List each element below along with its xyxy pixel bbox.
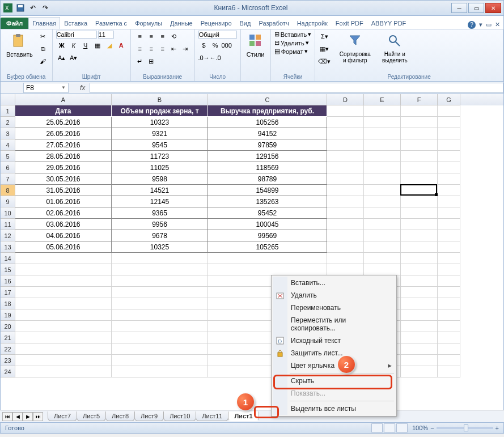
cell[interactable]	[112, 366, 208, 377]
name-box[interactable]: F8▼	[23, 83, 69, 93]
cell[interactable]	[364, 151, 401, 162]
cell[interactable]: 31.05.2016	[15, 185, 112, 196]
cell[interactable]	[438, 162, 460, 173]
styles-button[interactable]: Стили	[244, 31, 267, 59]
cell[interactable]	[15, 366, 112, 377]
cell[interactable]	[112, 287, 208, 298]
sheet-tab[interactable]: Лист10	[163, 411, 196, 421]
cell[interactable]	[364, 162, 401, 173]
row-header[interactable]: 23	[1, 355, 15, 366]
zoom-in-icon[interactable]: +	[495, 425, 499, 431]
cell[interactable]	[438, 139, 460, 151]
cell[interactable]: 25.05.2016	[15, 117, 112, 128]
cell[interactable]	[327, 196, 364, 207]
ribbon-tab[interactable]: Foxit PDF	[332, 17, 367, 29]
column-header[interactable]: D	[327, 94, 364, 105]
row-header[interactable]: 2	[1, 117, 15, 128]
cell[interactable]: 12145	[112, 196, 208, 207]
cell[interactable]: 29.05.2016	[15, 162, 112, 173]
cell[interactable]	[438, 185, 460, 196]
cell[interactable]: 129156	[208, 151, 327, 162]
cell[interactable]	[15, 332, 112, 343]
zoom-out-icon[interactable]: −	[430, 425, 434, 431]
cell[interactable]: 26.05.2016	[15, 128, 112, 139]
cell[interactable]	[112, 264, 208, 275]
cell[interactable]: 10325	[112, 241, 208, 253]
align-top-icon[interactable]: ≡	[134, 31, 146, 42]
cell[interactable]	[401, 173, 438, 185]
save-icon[interactable]	[15, 3, 26, 13]
cell[interactable]	[15, 321, 112, 332]
sheet-tab[interactable]: Лист5	[77, 411, 106, 421]
cell[interactable]: 02.06.2016	[15, 207, 112, 219]
sheet-nav-first-icon[interactable]: ⏮	[2, 412, 12, 421]
page-break-view-icon[interactable]	[396, 423, 408, 432]
minimize-button[interactable]: ─	[451, 3, 467, 13]
comma-icon[interactable]: 000	[221, 40, 232, 51]
cell[interactable]	[112, 309, 208, 321]
cell[interactable]	[327, 241, 364, 253]
cell[interactable]	[438, 230, 460, 241]
fx-icon[interactable]: fx	[80, 84, 85, 92]
column-header[interactable]: E	[364, 94, 401, 105]
cell[interactable]	[401, 219, 438, 230]
cell[interactable]: 01.06.2016	[15, 196, 112, 207]
sheet-tab[interactable]: Лист11	[196, 411, 228, 421]
row-header[interactable]: 10	[1, 207, 15, 219]
cell[interactable]	[15, 287, 112, 298]
cell[interactable]: 105256	[208, 117, 327, 128]
context-menu-item[interactable]: ⟨⟩Исходный текст	[273, 334, 395, 347]
row-header[interactable]: 12	[1, 230, 15, 241]
orientation-icon[interactable]: ⟲	[168, 31, 180, 42]
ribbon-tab[interactable]: Надстройк	[293, 17, 332, 29]
ribbon-tab[interactable]: Вид	[236, 17, 255, 29]
cell[interactable]: 105265	[208, 241, 327, 253]
fill-color-icon[interactable]: ◢	[104, 40, 115, 51]
cell[interactable]	[364, 230, 401, 241]
cell[interactable]	[112, 343, 208, 355]
cell[interactable]: 135263	[208, 196, 327, 207]
column-header[interactable]: F	[401, 94, 438, 105]
row-header[interactable]: 6	[1, 162, 15, 173]
column-header[interactable]: G	[438, 94, 460, 105]
cell[interactable]	[364, 105, 401, 117]
cell[interactable]	[401, 185, 438, 196]
align-bottom-icon[interactable]: ≡	[157, 31, 168, 42]
merge-icon[interactable]: ⊞	[146, 56, 157, 67]
cell[interactable]	[401, 298, 438, 309]
cut-icon[interactable]: ✂	[37, 31, 49, 42]
maximize-button[interactable]: ▭	[468, 3, 484, 13]
file-tab[interactable]: Файл	[1, 18, 28, 29]
cell[interactable]	[364, 196, 401, 207]
cell[interactable]: 9678	[112, 230, 208, 241]
sheet-nav-prev-icon[interactable]: ◀	[12, 412, 23, 421]
cell[interactable]	[327, 253, 364, 264]
cell[interactable]	[15, 309, 112, 321]
cell[interactable]	[364, 128, 401, 139]
sheet-tab[interactable]: Лист7	[48, 411, 77, 421]
redo-icon[interactable]: ↷	[40, 3, 50, 13]
context-menu-item[interactable]: Цвет ярлычка▶	[273, 359, 395, 372]
insert-cells-button[interactable]: ⊞Вставить ▾	[274, 31, 312, 38]
cell[interactable]: Выручка предприятия, руб.	[208, 105, 327, 117]
cell[interactable]	[438, 196, 460, 207]
format-painter-icon[interactable]: 🖌	[37, 56, 49, 67]
cell[interactable]	[15, 264, 112, 275]
font-color-icon[interactable]: A	[116, 40, 127, 51]
cell[interactable]: 14521	[112, 185, 208, 196]
percent-icon[interactable]: %	[210, 40, 221, 51]
cell[interactable]	[364, 264, 401, 275]
wrap-text-icon[interactable]: ↵	[134, 56, 146, 67]
cell[interactable]	[327, 151, 364, 162]
cell[interactable]	[15, 253, 112, 264]
cell[interactable]	[438, 343, 460, 355]
ribbon-tab[interactable]: Главная	[28, 17, 60, 29]
row-header[interactable]: 7	[1, 173, 15, 185]
cell[interactable]	[438, 332, 460, 343]
cell[interactable]: 11025	[112, 162, 208, 173]
cell[interactable]	[401, 264, 438, 275]
spreadsheet-grid[interactable]: ABCDEFG 1ДатаОбъем продаж зерна, тВыручк…	[0, 94, 504, 411]
cell[interactable]	[327, 139, 364, 151]
cell[interactable]	[364, 207, 401, 219]
close-doc-icon[interactable]: ✕	[495, 21, 500, 29]
